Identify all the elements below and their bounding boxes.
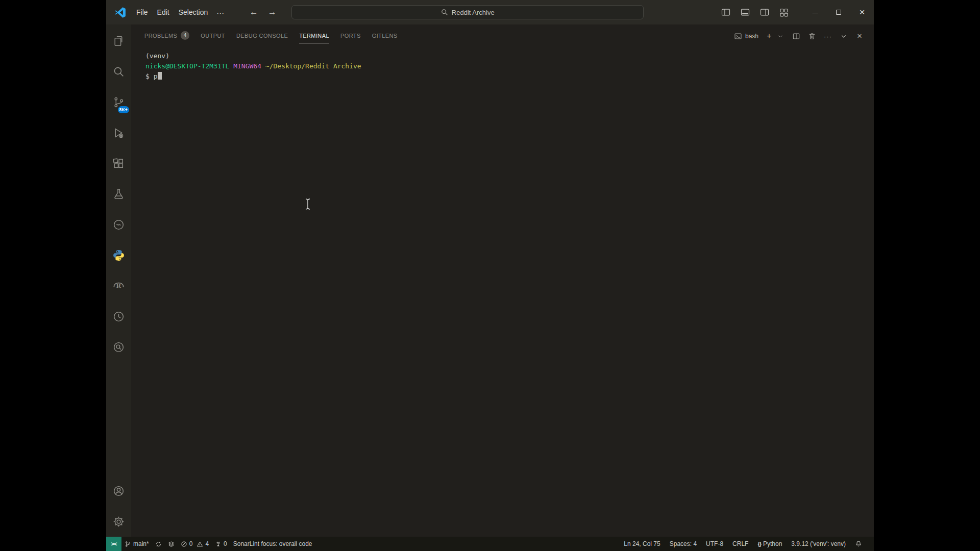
- tab-ports[interactable]: PORTS: [340, 30, 361, 43]
- tab-gitlens[interactable]: GITLENS: [372, 30, 398, 43]
- prompt-user-host: nicks@DESKTOP-T2M31TL: [145, 62, 229, 70]
- tab-problems-label: PROBLEMS: [144, 33, 177, 39]
- terminal-dropdown-chevron-icon[interactable]: [775, 31, 786, 41]
- python-interpreter-status[interactable]: 3.9.12 ('venv': venv): [787, 537, 850, 551]
- tab-terminal[interactable]: TERMINAL: [299, 30, 329, 43]
- tab-problems[interactable]: PROBLEMS 4: [144, 28, 189, 44]
- warnings-icon: [197, 541, 203, 547]
- panel-header: PROBLEMS 4 OUTPUT DEBUG CONSOLE TERMINAL…: [131, 24, 874, 45]
- back-icon[interactable]: ←: [247, 5, 261, 19]
- run-debug-icon[interactable]: [106, 117, 131, 148]
- braces-icon: {}: [757, 541, 761, 547]
- problems-count-badge: 4: [181, 31, 189, 40]
- forward-icon[interactable]: →: [265, 5, 279, 19]
- new-terminal-group: +: [764, 31, 786, 41]
- status-bar: >< main*: [106, 537, 874, 551]
- terminal-line-venv: (venv): [145, 51, 874, 61]
- language-name: Python: [763, 540, 782, 547]
- source-control-badge: 8K+: [118, 106, 129, 113]
- cursor-position-status[interactable]: Ln 24, Col 75: [619, 537, 665, 551]
- mouse-text-cursor-icon: [304, 198, 311, 210]
- toggle-primary-sidebar-icon[interactable]: [718, 5, 733, 20]
- customize-layout-icon[interactable]: [776, 5, 791, 20]
- sonarlint-text: SonarLint focus: overall code: [233, 540, 312, 547]
- history-nav: ← →: [247, 5, 279, 19]
- titlebar-right: ─ ×: [718, 0, 874, 24]
- split-terminal-icon[interactable]: [791, 31, 801, 41]
- chat-extension-icon[interactable]: [106, 209, 131, 240]
- tab-debug-console[interactable]: DEBUG CONSOLE: [236, 30, 288, 43]
- main-area: 8K+: [106, 24, 874, 537]
- python-extension-icon[interactable]: [106, 240, 131, 270]
- errors-count: 0: [189, 540, 193, 547]
- search-icon: [441, 9, 448, 16]
- search-sidebar-icon[interactable]: [106, 56, 131, 87]
- close-window-icon[interactable]: ×: [850, 0, 874, 24]
- ports-status[interactable]: 0: [212, 537, 230, 551]
- branch-status[interactable]: main*: [121, 537, 152, 551]
- active-shell[interactable]: bash: [734, 32, 758, 40]
- prompt-subsystem: MINGW64: [233, 62, 261, 70]
- layout-controls: [718, 5, 791, 20]
- activity-bar-spacer: [106, 362, 131, 475]
- more-actions-icon[interactable]: ···: [823, 31, 833, 41]
- sync-status[interactable]: [152, 537, 165, 551]
- toggle-secondary-sidebar-icon[interactable]: [757, 5, 772, 20]
- vscode-window: File Edit Selection ··· ← → Reddit Archi…: [106, 0, 874, 551]
- tab-output[interactable]: OUTPUT: [201, 30, 225, 43]
- problems-status[interactable]: 0 4: [178, 537, 212, 551]
- radio-tower-icon: [215, 541, 222, 547]
- titlebar: File Edit Selection ··· ← → Reddit Archi…: [106, 0, 874, 24]
- activity-bar: 8K+: [106, 24, 131, 537]
- sonarlint-status[interactable]: SonarLint focus: overall code: [230, 537, 315, 551]
- vscode-logo-icon: [114, 6, 127, 19]
- settings-gear-icon[interactable]: [106, 506, 131, 537]
- prompt-dollar: $: [145, 72, 150, 80]
- eol-status[interactable]: CRLF: [728, 537, 753, 551]
- git-branch-icon: [125, 541, 131, 547]
- account-icon[interactable]: [106, 475, 131, 506]
- shell-label: bash: [745, 33, 758, 40]
- terminal-command-line: $ p: [145, 71, 874, 82]
- circle-extension-icon-2[interactable]: [106, 332, 131, 362]
- panel-size-chevron-icon[interactable]: [839, 31, 849, 41]
- source-control-icon[interactable]: 8K+: [106, 87, 131, 117]
- command-center-search[interactable]: Reddit Archive: [291, 5, 644, 19]
- ports-count: 0: [224, 540, 227, 547]
- r-letter: R: [116, 282, 121, 290]
- terminal-prompt-line: nicks@DESKTOP-T2M31TL MINGW64 ~/Desktop/…: [145, 61, 874, 71]
- circle-extension-icon-1[interactable]: [106, 301, 131, 332]
- typed-command: p: [154, 72, 158, 80]
- encoding-status[interactable]: UTF-8: [701, 537, 728, 551]
- bottom-panel: PROBLEMS 4 OUTPUT DEBUG CONSOLE TERMINAL…: [131, 24, 874, 537]
- minimize-icon[interactable]: ─: [803, 0, 827, 24]
- close-panel-icon[interactable]: ×: [854, 31, 865, 41]
- terminal[interactable]: (venv) nicks@DESKTOP-T2M31TL MINGW64 ~/D…: [131, 45, 874, 537]
- explorer-icon[interactable]: [106, 26, 131, 56]
- prompt-path: ~/Desktop/Reddit Archive: [265, 62, 361, 70]
- extensions-icon[interactable]: [106, 148, 131, 179]
- testing-beaker-icon[interactable]: [106, 179, 131, 209]
- terminal-cursor: [158, 72, 162, 80]
- menu-more-button[interactable]: ···: [212, 6, 228, 19]
- indentation-status[interactable]: Spaces: 4: [665, 537, 701, 551]
- layers-icon: [168, 541, 175, 547]
- errors-icon: [181, 541, 187, 547]
- language-status[interactable]: {} Python: [753, 537, 787, 551]
- terminal-icon: [734, 32, 742, 40]
- statusbar-left: main* 0 4: [121, 537, 315, 551]
- menu-file[interactable]: File: [132, 6, 153, 19]
- statusbar-right: Ln 24, Col 75 Spaces: 4 UTF-8 CRLF {} Py…: [619, 537, 874, 551]
- kill-terminal-trash-icon[interactable]: [807, 31, 817, 41]
- menu-selection[interactable]: Selection: [174, 6, 213, 19]
- r-extension-icon[interactable]: R: [106, 270, 131, 301]
- bell-icon: [855, 540, 862, 547]
- graph-status[interactable]: [165, 537, 178, 551]
- new-terminal-icon[interactable]: +: [764, 31, 774, 41]
- maximize-icon[interactable]: [827, 0, 850, 24]
- menu-edit[interactable]: Edit: [153, 6, 174, 19]
- window-controls: ─ ×: [803, 0, 874, 24]
- notifications-status[interactable]: [850, 537, 867, 551]
- toggle-panel-icon[interactable]: [738, 5, 752, 20]
- remote-indicator[interactable]: ><: [106, 537, 121, 551]
